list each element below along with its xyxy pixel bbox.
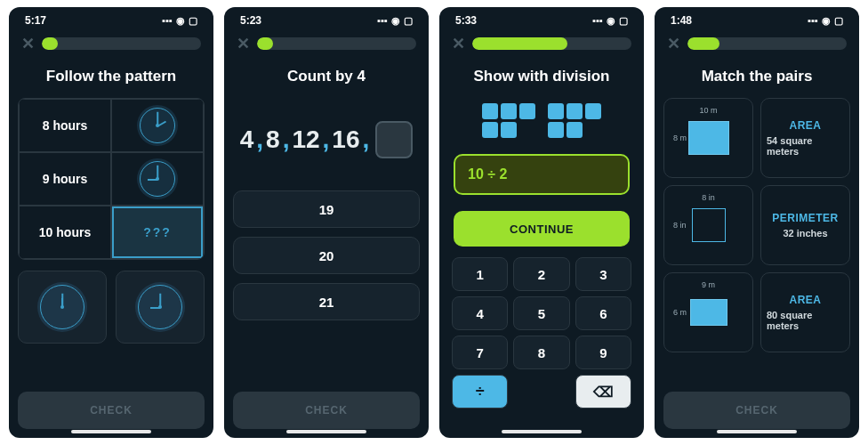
status-bar: 5:17 ▪▪▪ ◉ ▢ [9, 7, 213, 28]
text-card[interactable]: AREA 54 square meters [760, 98, 850, 178]
answer-slot[interactable]: ??? [111, 206, 204, 259]
option-button[interactable]: 21 [233, 283, 420, 320]
clock-time: 1:48 [671, 14, 692, 27]
clock-cell [111, 99, 204, 152]
wifi-icon: ◉ [391, 15, 400, 27]
clock-time: 5:33 [455, 14, 477, 27]
pattern-grid: 8 hours 9 hours 10 hours ??? [18, 98, 205, 260]
key-4[interactable]: 4 [452, 296, 508, 330]
status-bar: 5:33 ▪▪▪◉▢ [439, 7, 644, 28]
page-title: Match the pairs [655, 68, 859, 85]
check-button[interactable]: CHECK [18, 392, 205, 429]
battery-icon: ▢ [619, 15, 628, 27]
option-button[interactable]: 19 [233, 190, 420, 228]
shape-card[interactable]: 10 m 8 m [663, 98, 753, 178]
page-title: Follow the pattern [9, 68, 213, 85]
clock-option[interactable] [18, 271, 107, 344]
battery-icon: ▢ [404, 15, 413, 27]
key-backspace[interactable]: ⌫ [575, 375, 631, 409]
wifi-icon: ◉ [822, 15, 831, 27]
keypad: 1 2 3 4 5 6 7 8 9 ÷ ⌫ [448, 257, 635, 416]
signal-icon: ▪▪▪ [162, 15, 173, 26]
wifi-icon: ◉ [607, 15, 615, 27]
page-title: Show with division [439, 68, 644, 85]
home-indicator [71, 430, 151, 433]
signal-icon: ▪▪▪ [592, 15, 603, 26]
home-indicator [502, 430, 582, 433]
home-indicator [286, 430, 366, 433]
home-indicator [717, 430, 797, 433]
status-bar: 1:48 ▪▪▪◉▢ [655, 7, 859, 28]
key-divide[interactable]: ÷ [452, 375, 508, 409]
answer-slot[interactable] [375, 121, 413, 158]
clock-time: 5:23 [240, 14, 261, 27]
block-visual [448, 103, 635, 138]
key-1[interactable]: 1 [452, 257, 508, 291]
key-5[interactable]: 5 [513, 296, 569, 330]
key-7[interactable]: 7 [452, 336, 508, 369]
screen-pattern: 5:17 ▪▪▪ ◉ ▢ ✕ Follow the pattern 8 hour… [9, 7, 213, 438]
key-9[interactable]: 9 [575, 336, 631, 369]
shape-card[interactable]: 9 m 6 m [663, 272, 753, 352]
key-6[interactable]: 6 [575, 296, 631, 330]
signal-icon: ▪▪▪ [808, 15, 818, 26]
sequence: 4, 8, 12, 16, [233, 121, 420, 158]
close-icon[interactable]: ✕ [237, 34, 250, 53]
option-button[interactable]: 20 [233, 237, 420, 274]
wifi-icon: ◉ [176, 15, 185, 27]
screen-pairs: 1:48 ▪▪▪◉▢ ✕ Match the pairs 10 m 8 m AR… [655, 7, 859, 438]
page-title: Count by 4 [224, 68, 429, 85]
expression-input[interactable]: 10 ÷ 2 [454, 154, 630, 195]
text-card[interactable]: PERIMETER 32 inches [760, 185, 850, 265]
battery-icon: ▢ [189, 15, 197, 27]
label-cell: 10 hours [19, 206, 111, 259]
clock-time: 5:17 [25, 14, 46, 27]
label-cell: 8 hours [19, 99, 111, 152]
close-icon[interactable]: ✕ [21, 34, 35, 53]
key-8[interactable]: 8 [513, 336, 569, 369]
key-2[interactable]: 2 [513, 257, 569, 291]
continue-button[interactable]: CONTINUE [454, 211, 630, 247]
progress-bar [42, 37, 201, 50]
progress-bar [687, 37, 847, 50]
label-cell: 9 hours [19, 152, 111, 206]
signal-icon: ▪▪▪ [377, 15, 388, 26]
battery-icon: ▢ [834, 15, 843, 27]
screen-count: 5:23 ▪▪▪◉▢ ✕ Count by 4 4, 8, 12, 16, 19… [224, 7, 429, 438]
text-card[interactable]: AREA 80 square meters [760, 272, 850, 352]
status-bar: 5:23 ▪▪▪◉▢ [224, 7, 429, 28]
progress-bar [472, 37, 631, 50]
check-button[interactable]: CHECK [663, 392, 850, 429]
screen-division: 5:33 ▪▪▪◉▢ ✕ Show with division 10 ÷ 2 C… [439, 7, 644, 438]
close-icon[interactable]: ✕ [667, 34, 680, 53]
close-icon[interactable]: ✕ [452, 34, 465, 53]
shape-card[interactable]: 8 in 8 in [663, 185, 753, 265]
progress-bar [257, 37, 416, 50]
check-button[interactable]: CHECK [233, 392, 420, 429]
clock-option[interactable] [116, 271, 205, 344]
key-3[interactable]: 3 [575, 257, 631, 291]
clock-cell [111, 152, 204, 206]
